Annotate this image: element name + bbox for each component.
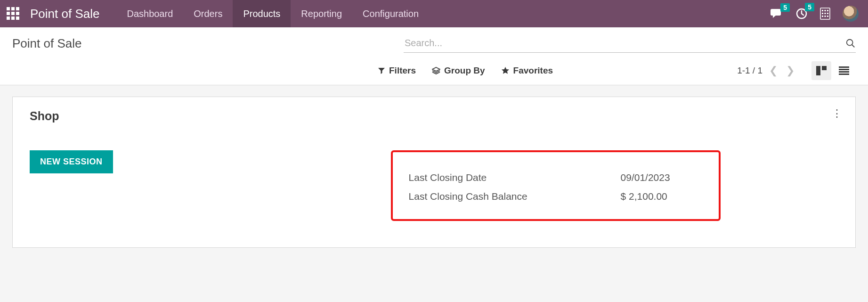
card-title: Shop	[30, 109, 838, 123]
last-closing-balance-value: $ 2,100.00	[621, 187, 667, 206]
nav-dashboard[interactable]: Dashboard	[116, 0, 183, 27]
grid-icon[interactable]	[820, 8, 830, 20]
svg-rect-3	[825, 10, 826, 11]
top-navbar: Point of Sale Dashboard Orders Products …	[0, 0, 868, 27]
pager: 1-1 / 1 ❮ ❯	[737, 65, 796, 77]
app-brand: Point of Sale	[30, 7, 99, 21]
pager-value[interactable]: 1-1 / 1	[737, 65, 763, 76]
svg-rect-5	[822, 13, 823, 14]
search-icon[interactable]	[845, 38, 856, 49]
view-switcher	[811, 61, 854, 80]
content-area: ⋮ Shop NEW SESSION Last Closing Date 09/…	[0, 85, 868, 259]
search-box	[404, 34, 856, 53]
svg-rect-16	[839, 66, 849, 68]
svg-rect-8	[822, 16, 823, 17]
favorites-button[interactable]: Favorites	[501, 65, 553, 76]
svg-rect-17	[839, 69, 849, 70]
kanban-icon	[816, 66, 827, 75]
breadcrumb: Point of Sale	[12, 36, 81, 51]
svg-point-11	[847, 39, 853, 45]
messaging-badge: 5	[780, 3, 790, 12]
nav-reporting[interactable]: Reporting	[291, 0, 352, 27]
svg-rect-18	[839, 71, 849, 73]
svg-line-12	[852, 44, 855, 47]
nav-configuration[interactable]: Configuration	[352, 0, 429, 27]
main-menu: Dashboard Orders Products Reporting Conf…	[116, 0, 429, 27]
search-options: Filters Group By Favorites	[378, 65, 553, 76]
control-panel: Point of Sale Filters Group By Favorites	[0, 27, 868, 85]
nav-products[interactable]: Products	[233, 0, 291, 27]
favorites-label: Favorites	[513, 65, 553, 76]
groupby-label: Group By	[444, 65, 485, 76]
last-closing-date-row: Last Closing Date 09/01/2023	[409, 168, 706, 187]
last-closing-date-label: Last Closing Date	[409, 168, 621, 187]
filters-label: Filters	[389, 65, 416, 76]
groupby-button[interactable]: Group By	[432, 65, 485, 76]
apps-launcher-icon[interactable]	[7, 7, 20, 20]
pos-kanban-card: ⋮ Shop NEW SESSION Last Closing Date 09/…	[12, 97, 856, 248]
last-closing-date-value: 09/01/2023	[621, 168, 670, 187]
svg-rect-19	[839, 73, 849, 75]
nav-orders[interactable]: Orders	[183, 0, 233, 27]
funnel-icon	[378, 67, 385, 74]
pager-prev[interactable]: ❮	[767, 65, 779, 77]
svg-rect-10	[827, 16, 828, 17]
user-avatar[interactable]	[843, 6, 859, 22]
svg-rect-7	[827, 13, 828, 14]
list-icon	[839, 66, 849, 75]
search-input[interactable]	[404, 36, 845, 50]
filters-button[interactable]: Filters	[378, 65, 416, 76]
activities-icon[interactable]: 5	[795, 8, 808, 20]
svg-rect-6	[825, 13, 826, 14]
closing-stats-highlight: Last Closing Date 09/01/2023 Last Closin…	[391, 150, 721, 221]
layers-icon	[432, 67, 440, 74]
svg-rect-15	[822, 72, 827, 75]
new-session-button[interactable]: NEW SESSION	[30, 150, 113, 173]
star-icon	[501, 66, 510, 75]
last-closing-balance-label: Last Closing Cash Balance	[409, 187, 621, 206]
list-view-button[interactable]	[834, 61, 854, 80]
svg-rect-4	[827, 10, 828, 11]
systray: 5 5	[770, 6, 861, 22]
card-menu-button[interactable]: ⋮	[832, 107, 842, 120]
messaging-icon[interactable]: 5	[770, 8, 783, 19]
svg-rect-13	[816, 66, 820, 75]
last-closing-balance-row: Last Closing Cash Balance $ 2,100.00	[409, 187, 706, 206]
pager-next[interactable]: ❯	[784, 65, 796, 77]
activities-badge: 5	[805, 3, 814, 11]
svg-rect-9	[825, 16, 826, 17]
kanban-view-button[interactable]	[811, 61, 831, 80]
svg-rect-14	[822, 66, 827, 70]
svg-rect-2	[822, 10, 823, 11]
